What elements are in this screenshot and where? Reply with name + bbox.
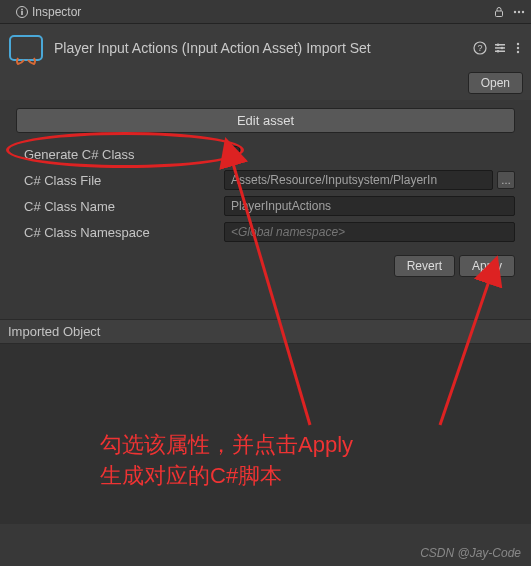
apply-button[interactable]: Apply: [459, 255, 515, 277]
input-action-asset-icon: [8, 30, 44, 66]
lock-icon[interactable]: [493, 6, 505, 18]
watermark: CSDN @Jay-Code: [420, 546, 521, 560]
imported-object-area: [0, 344, 531, 524]
asset-title: Player Input Actions (Input Action Asset…: [54, 40, 461, 56]
open-button[interactable]: Open: [468, 72, 523, 94]
svg-point-16: [517, 47, 519, 49]
svg-rect-2: [21, 11, 23, 15]
svg-point-1: [21, 8, 23, 10]
svg-rect-9: [495, 44, 505, 46]
tab-bar: Inspector: [0, 0, 531, 24]
edit-asset-button[interactable]: Edit asset: [16, 108, 515, 133]
svg-point-17: [517, 51, 519, 53]
settings-icon[interactable]: [493, 41, 507, 55]
help-icon[interactable]: ?: [473, 41, 487, 55]
generate-class-row: Generate C# Class ✓: [8, 141, 523, 167]
info-icon: [16, 6, 28, 18]
revert-button[interactable]: Revert: [394, 255, 455, 277]
class-file-input[interactable]: [224, 170, 493, 190]
class-file-label: C# Class File: [24, 173, 224, 188]
class-namespace-input[interactable]: [224, 222, 515, 242]
class-file-row: C# Class File …: [8, 167, 523, 193]
svg-rect-11: [495, 51, 505, 53]
svg-point-13: [501, 47, 504, 50]
class-name-label: C# Class Name: [24, 199, 224, 214]
inspector-tab[interactable]: Inspector: [6, 2, 91, 22]
generate-class-label: Generate C# Class: [24, 147, 224, 162]
class-namespace-row: C# Class Namespace: [8, 219, 523, 245]
svg-rect-10: [495, 47, 505, 49]
menu-icon[interactable]: [513, 6, 525, 18]
svg-point-5: [518, 10, 520, 12]
class-namespace-label: C# Class Namespace: [24, 225, 224, 240]
class-name-row: C# Class Name: [8, 193, 523, 219]
svg-point-12: [497, 43, 500, 46]
tab-label: Inspector: [32, 5, 81, 19]
svg-point-14: [497, 50, 500, 53]
svg-point-15: [517, 43, 519, 45]
browse-button[interactable]: …: [497, 171, 515, 189]
asset-header: Player Input Actions (Input Action Asset…: [0, 24, 531, 70]
generate-class-checkbox[interactable]: ✓: [224, 146, 240, 162]
svg-text:?: ?: [477, 43, 482, 53]
svg-point-6: [522, 10, 524, 12]
imported-object-header: Imported Object: [0, 319, 531, 344]
svg-point-4: [514, 10, 516, 12]
kebab-icon[interactable]: [513, 41, 523, 55]
svg-rect-3: [496, 11, 503, 17]
class-name-input[interactable]: [224, 196, 515, 216]
import-settings-panel: Edit asset Generate C# Class ✓ C# Class …: [0, 100, 531, 295]
